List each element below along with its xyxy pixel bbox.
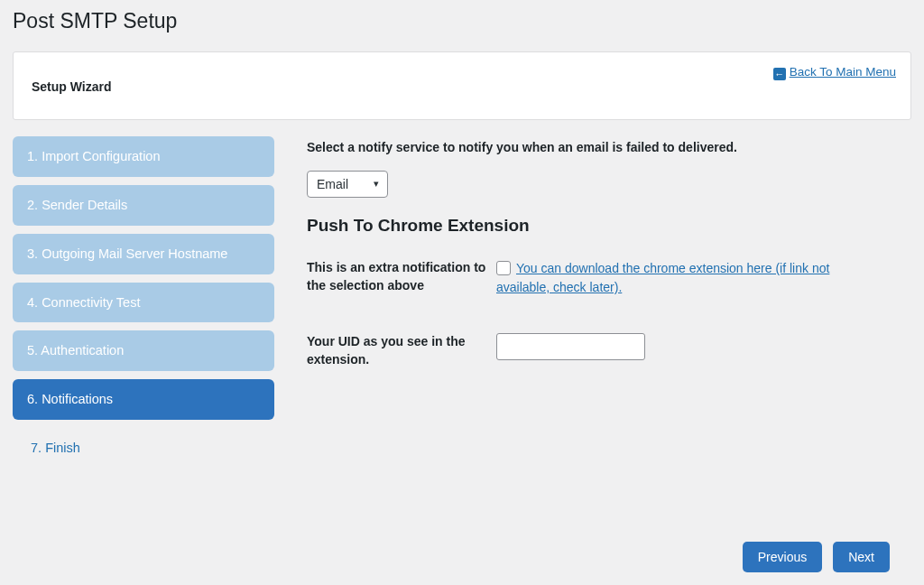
wizard-header-card: ←Back To Main Menu Setup Wizard [13,51,911,120]
uid-input[interactable] [496,333,645,360]
step-sender-details[interactable]: 2. Sender Details [13,185,274,226]
back-arrow-icon: ← [773,68,786,80]
step-import-configuration[interactable]: 1. Import Configuration [13,136,274,177]
setup-wizard-label: Setup Wizard [32,69,892,94]
extension-download-checkbox[interactable] [496,261,511,275]
back-to-main-wrapper: ←Back To Main Menu [773,65,896,80]
previous-button[interactable]: Previous [743,542,822,572]
extra-notification-label: This is an extra notification to the sel… [307,259,496,297]
wizard-content-panel: Select a notify service to notify you wh… [291,136,911,404]
wizard-steps-nav: 1. Import Configuration 2. Sender Detail… [13,136,274,477]
extra-notification-row: This is an extra notification to the sel… [307,259,884,297]
notify-service-select[interactable]: Email [307,171,388,198]
next-button[interactable]: Next [833,542,890,572]
step-connectivity-test[interactable]: 4. Connectivity Test [13,283,274,323]
step-notifications[interactable]: 6. Notifications [13,379,274,420]
uid-row: Your UID as you see in the extension. [307,333,884,368]
page-title: Post SMTP Setup [0,0,924,51]
step-finish[interactable]: 7. Finish [13,428,274,469]
chrome-extension-download-link[interactable]: You can download the chrome extension he… [496,261,829,294]
instruction-text: Select a notify service to notify you wh… [307,140,884,154]
back-to-main-link[interactable]: Back To Main Menu [790,65,896,79]
wizard-nav-buttons: Previous Next [743,542,890,572]
step-outgoing-hostname[interactable]: 3. Outgoing Mail Server Hostname [13,234,274,274]
chrome-extension-heading: Push To Chrome Extension [307,216,884,236]
uid-label: Your UID as you see in the extension. [307,333,496,368]
step-authentication[interactable]: 5. Authentication [13,330,274,371]
